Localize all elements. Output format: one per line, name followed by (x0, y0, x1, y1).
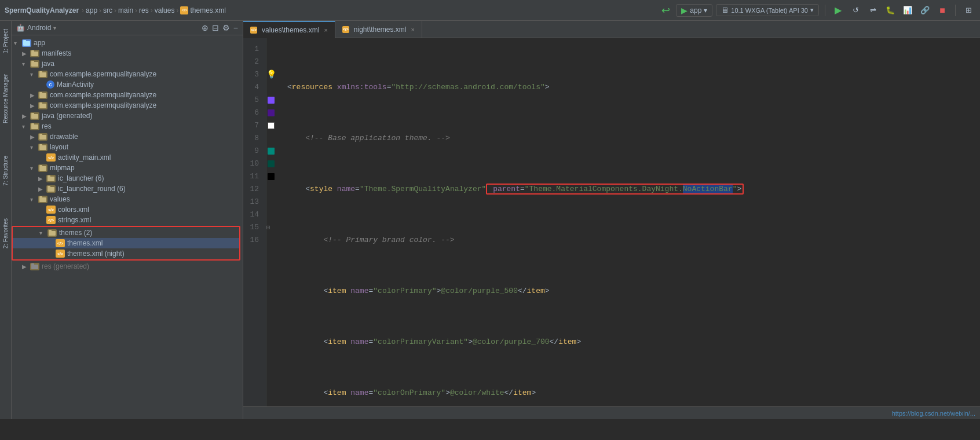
tab-bar: </> values\themes.xml × </> night\themes… (243, 21, 980, 38)
code-editor[interactable]: 1 2 3 4 5 6 7 8 9 10 11 12 13 14 15 16 (243, 38, 980, 406)
color-swatch-darkpurple[interactable] (268, 109, 275, 116)
color-swatch-darkteal[interactable] (268, 160, 275, 167)
folder-icon-app (22, 39, 31, 47)
svg-rect-30 (31, 265, 38, 269)
color-swatch-black[interactable] (268, 173, 275, 180)
device-selector[interactable]: 🖥 10.1 WXGA (Tablet) API 30 ▾ (716, 4, 819, 16)
sidebar-tab-resource[interactable]: Resource Manager (1, 71, 10, 127)
tree-item-ic-launcher-round[interactable]: ▶ ic_launcher_round (6) (12, 184, 243, 194)
tree-item-themes-xml[interactable]: </> themes.xml (13, 238, 239, 248)
project-panel: 🤖 Android ▾ ⊕ ⊟ ⚙ − ▾ app ▶ (12, 21, 243, 419)
color-swatch-teal[interactable] (268, 148, 275, 155)
tree-item-manifests-label: manifests (42, 49, 71, 57)
folder-icon-java-gen (30, 112, 39, 120)
tree-item-java-gen[interactable]: ▶ java (generated) (12, 111, 243, 121)
ln-12: 12 (248, 183, 259, 196)
svg-rect-28 (49, 231, 56, 236)
back-arrow-button[interactable]: ↩ (659, 3, 672, 17)
project-name[interactable]: SpermQualityAnalyzer (5, 6, 79, 14)
attach-button[interactable]: 🔗 (918, 3, 932, 17)
line-numbers: 1 2 3 4 5 6 7 8 9 10 11 12 13 14 15 16 (243, 38, 266, 406)
device-label: 10.1 WXGA (Tablet) API 30 (731, 7, 808, 14)
svg-rect-22 (47, 177, 54, 181)
gutter-8 (266, 132, 278, 145)
tree-item-com2-label: com.example.spermqualityanalyze (50, 91, 156, 99)
gutter-14 (266, 208, 278, 221)
run-config-dropdown[interactable]: ▾ (704, 6, 707, 14)
tree-item-mipmap[interactable]: ▾ mipmap (12, 163, 243, 173)
tree-item-ic-launcher[interactable]: ▶ ic_launcher (6) (12, 173, 243, 184)
debug-button[interactable]: 🐛 (883, 3, 897, 17)
sync-button[interactable]: ⇌ (866, 3, 880, 17)
tree-item-strings[interactable]: </> strings.xml (12, 215, 243, 225)
tree-item-com1[interactable]: ▾ com.example.spermqualityanalyze (12, 69, 243, 79)
color-swatch-purple[interactable] (268, 97, 275, 104)
fold-icon-15[interactable]: ⊟ (266, 221, 270, 234)
code-content[interactable]: <resources xmlns:tools="http://schemas.a… (278, 38, 980, 406)
stop-button[interactable]: ■ (935, 3, 949, 17)
statusbar: https://blog.csdn.net/weixin/... (243, 406, 980, 419)
tab-night-close[interactable]: × (411, 26, 415, 33)
gutter-1 (266, 43, 278, 56)
tree-item-themes-folder[interactable]: ▾ themes (2) (13, 228, 239, 238)
folder-icon-ic-launcher (46, 175, 56, 182)
collapse-all-icon[interactable]: ⊟ (212, 23, 219, 32)
tree-item-layout[interactable]: ▾ layout (12, 142, 243, 152)
tree-item-values[interactable]: ▾ values (12, 194, 243, 204)
breadcrumb-res[interactable]: res (139, 6, 149, 14)
gutter-12 (266, 183, 278, 196)
ln-10: 10 (248, 157, 259, 170)
tree-item-app[interactable]: ▾ app (12, 38, 243, 48)
tree-item-res-gen[interactable]: ▶ res (generated) (12, 261, 243, 272)
ln-11: 11 (248, 170, 259, 183)
tree-item-res[interactable]: ▾ res (12, 121, 243, 131)
color-swatch-white[interactable] (268, 122, 275, 129)
settings-icon[interactable]: ⚙ (222, 23, 230, 32)
tree-item-themes-night[interactable]: </> themes.xml (night) (13, 248, 239, 259)
svg-rect-21 (39, 165, 42, 167)
svg-rect-25 (47, 186, 50, 188)
run-config-selector[interactable]: ▶ app ▾ (676, 4, 712, 17)
svg-rect-18 (39, 145, 46, 150)
make-project-button[interactable]: ▶ (831, 3, 845, 17)
tree-item-drawable[interactable]: ▶ drawable (12, 131, 243, 142)
tree-item-java[interactable]: ▾ java (12, 58, 243, 69)
tab-values-close[interactable]: × (324, 27, 327, 34)
tree-item-colors[interactable]: </> colors.xml (12, 204, 243, 215)
minimize-icon[interactable]: − (233, 23, 238, 32)
breadcrumb-sep-6: › (176, 6, 178, 14)
breadcrumb-src[interactable]: src (103, 6, 112, 14)
layout-manager-button[interactable]: ⊞ (961, 3, 975, 17)
breadcrumb-values[interactable]: values (155, 6, 175, 14)
sidebar-tab-project[interactable]: 1: Project (1, 25, 10, 57)
folder-icon-com1 (38, 71, 47, 78)
scope-icon[interactable]: ⊕ (202, 23, 209, 32)
tab-icon-values: </> (250, 27, 257, 34)
android-view-dropdown[interactable]: ▾ (53, 25, 56, 31)
tree-item-activity-main[interactable]: </> activity_main.xml (12, 152, 243, 163)
breadcrumb-main[interactable]: main (118, 6, 133, 14)
tree-item-com3[interactable]: ▶ com.example.spermqualityanalyze (12, 100, 243, 111)
svg-rect-0 (23, 41, 30, 46)
breadcrumb-app[interactable]: app (86, 6, 97, 14)
tab-values-label: values\themes.xml (262, 26, 319, 34)
device-dropdown[interactable]: ▾ (810, 6, 814, 14)
folder-icon-com2 (38, 91, 47, 99)
svg-rect-4 (31, 62, 38, 67)
profile-button[interactable]: 📊 (901, 3, 915, 17)
bulb-icon[interactable]: 💡 (266, 68, 276, 81)
android-view-text: Android (27, 24, 51, 32)
tree-item-mainactivity[interactable]: C MainActivity (12, 79, 243, 90)
tree-item-com2[interactable]: ▶ com.example.spermqualityanalyze (12, 90, 243, 100)
gutter-9 (266, 145, 278, 157)
svg-rect-24 (47, 187, 54, 192)
xml-icon-activity: </> (46, 153, 56, 162)
tab-night-themes[interactable]: </> night\themes.xml × (335, 21, 422, 38)
sidebar-tab-structure[interactable]: 7: Structure (1, 152, 10, 189)
run-button[interactable]: ↺ (849, 3, 862, 17)
folder-icon-drawable (38, 133, 47, 141)
tab-values-themes[interactable]: </> values\themes.xml × (243, 21, 335, 38)
tree-item-manifests[interactable]: ▶ manifests (12, 48, 243, 58)
sidebar-tab-favorites[interactable]: 2: Favorites (1, 215, 10, 252)
folder-icon-manifests (30, 50, 39, 57)
